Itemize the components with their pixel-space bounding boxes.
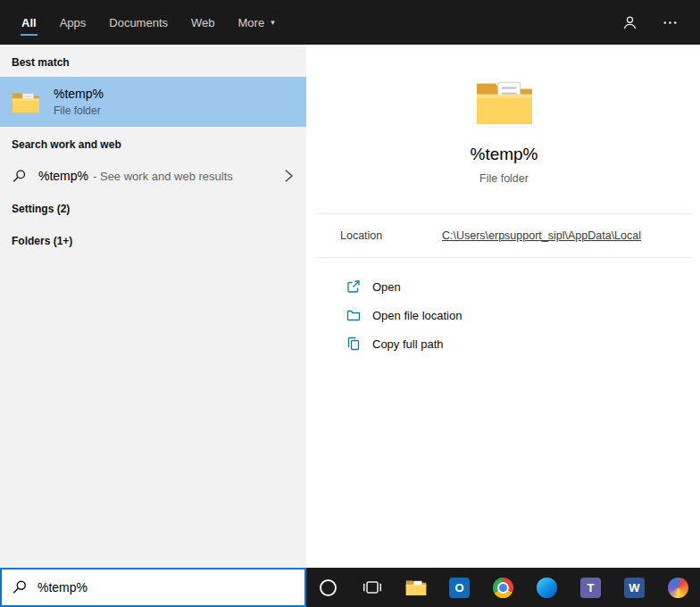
web-search-suffix: - See work and web results (93, 170, 233, 183)
search-tabs: All Apps Documents Web More ▾ (0, 0, 287, 45)
word-tile: W (624, 578, 645, 598)
tab-web-label: Web (191, 16, 215, 29)
user-account-icon[interactable] (621, 14, 638, 31)
edge-circle (537, 578, 557, 598)
best-match-subtitle: File folder (54, 104, 104, 117)
ellipsis-icon[interactable] (662, 14, 679, 31)
open-icon (346, 279, 361, 294)
folder-outline-icon (346, 308, 361, 322)
tab-more-label: More (238, 16, 265, 29)
location-label: Location (340, 229, 382, 242)
web-search-query: %temp% (38, 169, 88, 183)
tab-more[interactable]: More ▾ (227, 0, 287, 45)
colorful-app-icon[interactable] (667, 577, 689, 599)
preview-title: %temp% (317, 145, 691, 164)
tab-all-label: All (21, 16, 37, 29)
taskbar-search-box[interactable] (0, 568, 306, 607)
folders-group-header[interactable]: Folders (1+) (0, 225, 306, 257)
action-open[interactable]: Open (317, 272, 691, 301)
teams-icon[interactable]: T (579, 577, 602, 599)
outlook-tile: O (449, 578, 470, 598)
edge-icon[interactable] (536, 577, 558, 599)
search-content: Best match %temp% File folder Search wor… (0, 45, 700, 568)
preview-actions: Open Open file location Copy full path (317, 258, 691, 372)
action-copy-full-path-label: Copy full path (372, 337, 444, 351)
search-web-header: Search work and web (0, 127, 306, 159)
task-view-icon[interactable] (361, 577, 383, 599)
tab-apps[interactable]: Apps (48, 0, 98, 45)
tab-documents[interactable]: Documents (97, 0, 179, 45)
tab-all[interactable]: All (10, 0, 48, 45)
chevron-down-icon: ▾ (271, 18, 275, 27)
settings-group-header[interactable]: Settings (2) (0, 193, 306, 225)
best-match-header: Best match (0, 45, 306, 77)
search-icon (12, 169, 27, 184)
tab-documents-label: Documents (109, 16, 168, 29)
action-open-label: Open (372, 280, 401, 294)
action-open-file-location[interactable]: Open file location (317, 301, 691, 329)
teams-tile: T (580, 578, 601, 598)
windows-search-window: All Apps Documents Web More ▾ (0, 0, 700, 607)
best-match-title: %temp% (54, 87, 104, 101)
bottom-bar: O T W (0, 568, 700, 607)
outlook-icon[interactable]: O (448, 577, 471, 599)
tab-web[interactable]: Web (179, 0, 227, 45)
folder-icon (12, 90, 40, 114)
cortana-icon[interactable] (317, 577, 339, 599)
search-header: All Apps Documents Web More ▾ (0, 0, 700, 45)
word-icon[interactable]: W (623, 577, 646, 599)
colorful-app-circle (668, 578, 688, 598)
chrome-icon[interactable] (492, 577, 514, 599)
folder-icon (475, 77, 534, 127)
header-actions (621, 0, 700, 45)
best-match-result[interactable]: %temp% File folder (0, 77, 306, 127)
web-search-result[interactable]: %temp% - See work and web results (0, 159, 306, 193)
action-copy-full-path[interactable]: Copy full path (317, 329, 691, 358)
chevron-right-icon (283, 169, 295, 183)
copy-icon (346, 337, 361, 351)
taskbar: O T W (306, 568, 700, 607)
search-icon (12, 579, 28, 595)
search-input[interactable] (38, 580, 295, 595)
tab-apps-label: Apps (60, 16, 87, 29)
preview-subtitle: File folder (317, 172, 691, 185)
cortana-ring (320, 579, 337, 596)
best-match-text: %temp% File folder (54, 87, 104, 117)
location-link[interactable]: C:\Users\erpsupport_sipl\AppData\Local (442, 229, 641, 242)
action-open-file-location-label: Open file location (372, 309, 462, 322)
preview-panel: %temp% File folder Location C:\Users\erp… (306, 45, 700, 568)
location-row: Location C:\Users\erpsupport_sipl\AppDat… (317, 214, 691, 258)
preview-header: %temp% File folder (317, 45, 691, 214)
chrome-circle (493, 578, 513, 598)
results-panel: Best match %temp% File folder Search wor… (0, 45, 306, 568)
file-explorer-icon[interactable] (404, 577, 427, 599)
